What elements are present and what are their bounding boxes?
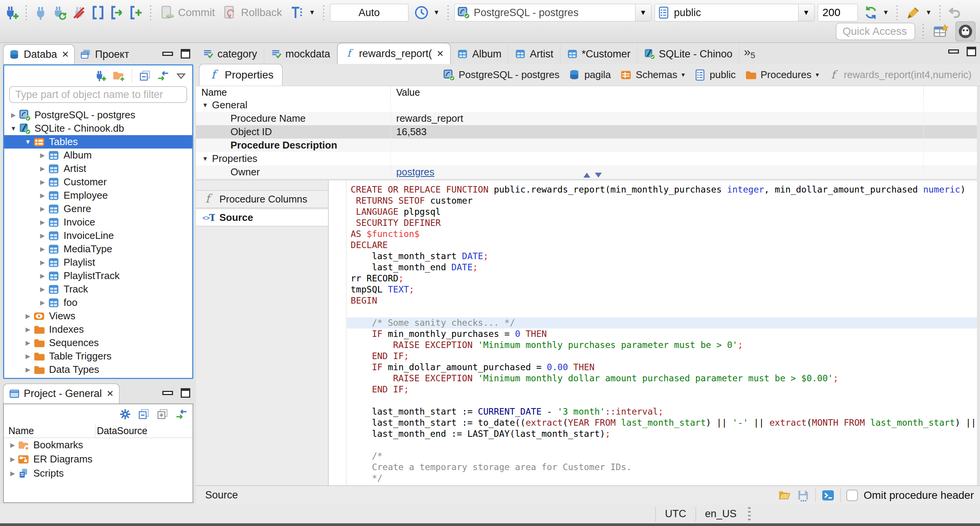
grid-column-value[interactable]: Value: [390, 86, 923, 98]
connect-icon[interactable]: [33, 5, 49, 21]
new-connection-icon[interactable]: [4, 5, 20, 21]
maximize-icon[interactable]: [181, 388, 190, 398]
source-viewer[interactable]: CREATE OR REPLACE FUNCTION public.reward…: [329, 180, 977, 485]
load-from-file-icon[interactable]: [778, 489, 791, 502]
grid-row-general[interactable]: ▼General: [196, 98, 977, 112]
tab-project-general[interactable]: Project - General ✕: [3, 384, 119, 403]
grid-group-name[interactable]: ▼General: [196, 98, 390, 112]
dropdown-arrow-icon[interactable]: ▼: [635, 4, 651, 21]
close-icon[interactable]: ✕: [106, 389, 114, 399]
new-connection-icon[interactable]: [94, 69, 107, 82]
tree-item-sqlite-chinook-db[interactable]: ▼SQLite - Chinook.db: [4, 122, 192, 135]
sash-arrows[interactable]: [583, 173, 602, 178]
grid-row-object-id[interactable]: Object ID16,583: [196, 125, 977, 139]
editor-tab-artist[interactable]: Artist: [508, 44, 560, 64]
project-item-er-diagrams[interactable]: ▶ER Diagrams: [4, 452, 193, 466]
gear-icon[interactable]: [119, 408, 132, 421]
grid-column-name[interactable]: Name: [196, 86, 390, 98]
new-sql-editor-icon[interactable]: [128, 5, 144, 21]
chevron-right-icon[interactable]: ▶: [37, 272, 48, 279]
editor-tab-customer[interactable]: *Customer: [560, 44, 638, 64]
breadcrumb-procedures[interactable]: Procedures▾: [745, 69, 819, 81]
chevron-right-icon[interactable]: ▶: [8, 470, 18, 477]
active-connection-combo[interactable]: PostgreSQL - postgres ▼: [454, 4, 652, 21]
sql-editor-icon[interactable]: [90, 5, 106, 21]
tab-database-navigator[interactable]: Databa ✕: [3, 44, 75, 64]
dbeaver-perspective-button[interactable]: [956, 21, 975, 41]
editor-tab-mockdata[interactable]: mockdata: [264, 44, 337, 64]
open-console-icon[interactable]: [822, 489, 835, 502]
chevron-right-icon[interactable]: ▶: [37, 299, 48, 306]
disconnect-icon[interactable]: [71, 5, 87, 21]
expand-all-icon[interactable]: [156, 408, 169, 421]
breadcrumb-public[interactable]: public: [694, 69, 736, 81]
tree-item-table-triggers[interactable]: ▶Table Triggers: [4, 350, 192, 363]
object-filter-input[interactable]: [9, 86, 187, 103]
commit-mode-combo[interactable]: Auto: [330, 4, 408, 21]
transaction-log-button[interactable]: ▼: [287, 3, 317, 22]
chevron-right-icon[interactable]: ▶: [23, 312, 33, 320]
open-perspective-button[interactable]: [931, 21, 951, 41]
transaction-history-button[interactable]: ▼: [412, 3, 442, 22]
tree-item-foo[interactable]: ▶foo: [4, 296, 192, 309]
chevron-down-icon[interactable]: ▼: [202, 155, 208, 162]
tree-item-album[interactable]: ▶Album: [4, 149, 192, 162]
view-menu-icon[interactable]: [175, 69, 188, 82]
chevron-right-icon[interactable]: ▶: [37, 178, 48, 186]
grid-row-value[interactable]: postgres: [390, 165, 923, 179]
collapse-all-icon[interactable]: [139, 69, 152, 82]
minimize-icon[interactable]: [948, 49, 959, 54]
page-tab-procedure-columns[interactable]: fProcedure Columns: [196, 190, 328, 208]
fetch-size-input[interactable]: [818, 4, 858, 21]
tree-item-invoiceline[interactable]: ▶InvoiceLine: [4, 229, 192, 242]
undo-icon[interactable]: [946, 5, 962, 21]
close-icon[interactable]: ✕: [62, 49, 69, 60]
chevron-right-icon[interactable]: ▶: [37, 245, 48, 253]
chevron-down-icon[interactable]: ▼: [202, 102, 208, 109]
chevron-right-icon[interactable]: ▶: [23, 353, 33, 360]
chevron-right-icon[interactable]: ▶: [37, 232, 48, 239]
tree-item-employee[interactable]: ▶Employee: [4, 189, 192, 202]
project-item-bookmarks[interactable]: ▶★Bookmarks: [4, 438, 193, 452]
link-with-editor-icon[interactable]: [157, 69, 170, 82]
close-icon[interactable]: ✕: [436, 49, 444, 59]
grid-group-name[interactable]: ▼Properties: [196, 152, 390, 165]
chevron-right-icon[interactable]: ▶: [37, 259, 48, 266]
tree-item-playlisttrack[interactable]: ▶PlaylistTrack: [4, 269, 192, 283]
save-to-file-icon[interactable]: [797, 489, 810, 502]
chevron-down-icon[interactable]: ▼: [23, 139, 33, 145]
tree-item-data-types[interactable]: ▶Data Types: [4, 363, 192, 376]
grid-row-procedure-description[interactable]: Procedure Description: [196, 139, 977, 152]
quick-access-input[interactable]: [836, 23, 915, 40]
tree-item-postgresql-postgres[interactable]: ▶PostgreSQL - postgres: [4, 108, 192, 122]
chevron-right-icon[interactable]: ▶: [23, 339, 33, 346]
tree-item-mediatype[interactable]: ▶MediaType: [4, 242, 192, 256]
project-item-scripts[interactable]: ▶Scripts: [4, 466, 193, 480]
page-tab-source[interactable]: <>TSource: [196, 209, 328, 226]
locale-indicator[interactable]: en_US: [696, 508, 746, 520]
chevron-right-icon[interactable]: ▶: [37, 165, 48, 172]
chevron-right-icon[interactable]: ▶: [23, 366, 33, 373]
tree-item-artist[interactable]: ▶Artist: [4, 162, 192, 175]
chevron-right-icon[interactable]: ▶: [23, 326, 33, 333]
tab-overflow-button[interactable]: »5: [739, 45, 760, 62]
breadcrumb-pagila[interactable]: pagila: [568, 69, 611, 81]
sash-down-icon[interactable]: [595, 173, 602, 178]
tree-item-invoice[interactable]: ▶Invoice: [4, 216, 192, 229]
open-sql-script-icon[interactable]: [109, 5, 125, 21]
format-button[interactable]: ▼: [903, 3, 934, 22]
chevron-right-icon[interactable]: ▶: [37, 286, 48, 293]
link-with-editor-icon[interactable]: [175, 408, 188, 421]
chevron-right-icon[interactable]: ▶: [37, 205, 48, 212]
chevron-right-icon[interactable]: ▶: [37, 219, 48, 226]
grid-row-procedure-name[interactable]: Procedure Namerewards_report: [196, 112, 977, 125]
maximize-icon[interactable]: [967, 47, 976, 56]
column-header-name[interactable]: Name: [4, 425, 95, 436]
tree-item-tables[interactable]: ▼Tables: [4, 135, 192, 149]
tab-projects[interactable]: Проект: [75, 44, 134, 64]
tree-item-playlist[interactable]: ▶Playlist: [4, 256, 192, 269]
tree-item-indexes[interactable]: ▶Indexes: [4, 323, 192, 336]
sash-up-icon[interactable]: [583, 173, 590, 178]
tab-properties[interactable]: f Properties: [199, 64, 283, 86]
chevron-right-icon[interactable]: ▶: [8, 456, 18, 463]
